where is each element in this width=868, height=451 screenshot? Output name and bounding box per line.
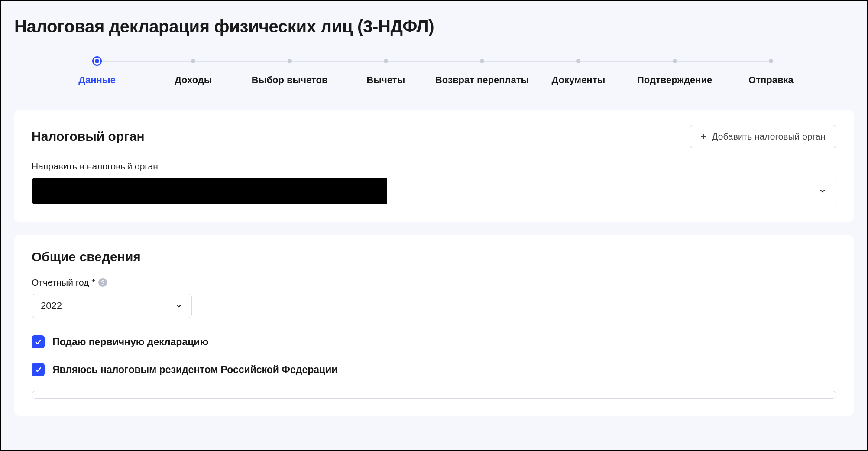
checkbox-checked-icon (32, 363, 45, 376)
tax-authority-card: Налоговый орган + Добавить налоговый орг… (14, 110, 854, 222)
send-to-authority-label: Направить в налоговый орган (32, 161, 836, 172)
page-title: Налоговая декларация физических лиц (3-Н… (14, 17, 854, 36)
general-info-card: Общие сведения Отчетный год * ? 2022 Под… (14, 235, 854, 416)
step-label: Возврат переплаты (435, 75, 529, 86)
add-tax-authority-button[interactable]: + Добавить налоговый орган (690, 125, 836, 148)
step-label: Выбор вычетов (252, 75, 328, 86)
tax-authority-title: Налоговый орган (32, 129, 145, 144)
tax-authority-value-redacted (32, 178, 387, 204)
step-deductions[interactable]: Вычеты (338, 56, 434, 86)
tax-resident-label: Являюсь налоговым резидентом Российской … (52, 364, 337, 376)
step-documents[interactable]: Документы (530, 56, 626, 86)
tax-resident-row[interactable]: Являюсь налоговым резидентом Российской … (32, 363, 836, 376)
step-dot-icon (480, 59, 484, 63)
plus-icon: + (700, 131, 706, 142)
wizard-stepper: Данные Доходы Выбор вычетов Вычеты Возвр… (14, 56, 854, 86)
info-banner (32, 391, 836, 399)
report-year-value: 2022 (41, 300, 62, 311)
report-year-label: Отчетный год * ? (32, 277, 836, 288)
step-label: Документы (552, 75, 606, 86)
tax-authority-select[interactable] (32, 178, 836, 204)
step-dot-icon (288, 59, 292, 63)
add-tax-authority-label: Добавить налоговый орган (712, 131, 826, 142)
primary-declaration-label: Подаю первичную декларацию (52, 336, 208, 348)
step-dot-icon (92, 56, 102, 66)
step-label: Вычеты (366, 75, 405, 86)
step-dot-icon (673, 59, 677, 63)
step-dot-icon (769, 59, 773, 63)
chevron-down-icon (819, 187, 826, 195)
checkbox-checked-icon (32, 335, 45, 348)
step-label: Отправка (748, 75, 794, 86)
step-select-deductions[interactable]: Выбор вычетов (242, 56, 338, 86)
help-icon[interactable]: ? (98, 278, 107, 287)
step-label: Подтверждение (637, 75, 712, 86)
step-income[interactable]: Доходы (145, 56, 241, 86)
step-label: Доходы (175, 75, 212, 86)
step-dot-icon (191, 59, 195, 63)
primary-declaration-row[interactable]: Подаю первичную декларацию (32, 335, 836, 348)
page-root: Налоговая декларация физических лиц (3-Н… (1, 1, 867, 416)
step-data[interactable]: Данные (49, 56, 145, 86)
step-dot-icon (576, 59, 580, 63)
step-label: Данные (78, 75, 116, 86)
step-confirm[interactable]: Подтверждение (627, 56, 723, 86)
step-refund[interactable]: Возврат переплаты (434, 56, 530, 86)
step-dot-icon (384, 59, 388, 63)
report-year-label-text: Отчетный год * (32, 277, 95, 288)
chevron-down-icon (175, 302, 183, 310)
general-info-title: Общие сведения (32, 250, 141, 264)
step-send[interactable]: Отправка (723, 56, 819, 86)
report-year-select[interactable]: 2022 (32, 294, 192, 318)
